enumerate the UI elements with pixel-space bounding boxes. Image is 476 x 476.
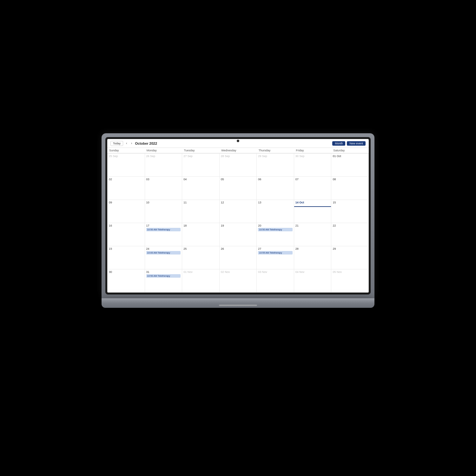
date-number: 21: [295, 224, 330, 227]
event-pill[interactable]: 10:50 AM Teletherapy: [258, 228, 293, 231]
cal-cell[interactable]: 02 Nov: [220, 269, 257, 293]
date-number: 04: [183, 178, 218, 181]
date-number: 12: [221, 201, 255, 204]
cal-cell[interactable]: 07: [294, 177, 332, 200]
toolbar-right: Month New event: [332, 141, 366, 146]
cal-cell[interactable]: 01 Oct: [331, 154, 369, 177]
cal-cell[interactable]: 12: [220, 200, 257, 223]
date-number: 27 Sep: [183, 155, 218, 158]
date-number: 07: [295, 178, 330, 181]
month-view-button[interactable]: Month: [332, 141, 345, 146]
date-number: 02: [109, 178, 143, 181]
screen: Today ‹ › October 2022 Month New event S…: [107, 139, 369, 293]
date-number: 25 Sep: [109, 155, 143, 158]
cal-cell[interactable]: 25 Sep: [108, 154, 145, 177]
date-number: 25: [183, 247, 218, 250]
cal-cell[interactable]: 14 Oct: [294, 200, 332, 223]
header-tuesday: Tuesday: [182, 148, 219, 153]
date-number: 30 Sep: [295, 155, 330, 158]
cal-cell[interactable]: 3110:50 AM Teletherapy: [145, 269, 182, 293]
event-pill[interactable]: 10:00 AM Teletherapy: [146, 251, 181, 255]
date-number: 10: [146, 201, 181, 204]
cal-cell[interactable]: 23: [108, 246, 145, 269]
new-event-button[interactable]: New event: [347, 141, 366, 146]
day-headers: Sunday Monday Tuesday Wednesday Thursday…: [107, 148, 369, 153]
cal-cell[interactable]: 2010:50 AM Teletherapy: [257, 223, 294, 246]
date-number: 23: [109, 247, 143, 250]
cal-cell[interactable]: 2410:00 AM Teletherapy: [145, 246, 182, 269]
date-number: 01 Oct: [333, 155, 367, 158]
cal-cell[interactable]: 03: [145, 177, 182, 200]
prev-button[interactable]: ‹: [125, 141, 128, 145]
date-number: 24: [146, 247, 181, 250]
laptop-lid: Today ‹ › October 2022 Month New event S…: [102, 133, 374, 298]
cal-cell[interactable]: 01 Nov: [182, 269, 220, 293]
cal-cell[interactable]: 05: [220, 177, 257, 200]
date-number: 26: [221, 247, 255, 250]
cal-cell[interactable]: 10: [145, 200, 182, 223]
cal-cell[interactable]: 04 Nov: [294, 269, 332, 293]
cal-cell[interactable]: 2710:55 AM Teletherapy: [257, 246, 294, 269]
date-number: 05 Nov: [333, 270, 367, 274]
date-number: 18: [183, 224, 218, 227]
cal-cell[interactable]: 15: [331, 200, 369, 223]
cal-cell[interactable]: 26: [220, 246, 257, 269]
trackpad-bar: [219, 305, 257, 306]
date-number: 29 Sep: [258, 155, 293, 158]
date-number: 30: [109, 270, 143, 274]
header-monday: Monday: [145, 148, 182, 153]
cal-cell[interactable]: 09: [108, 200, 145, 223]
calendar-grid: 25 Sep26 Sep27 Sep28 Sep29 Sep30 Sep01 O…: [107, 153, 369, 293]
cal-cell[interactable]: 03 Nov: [257, 269, 294, 293]
cal-cell[interactable]: 16: [108, 223, 145, 246]
date-number: 08: [333, 178, 367, 181]
cal-cell[interactable]: 04: [182, 177, 220, 200]
date-number: 03: [146, 178, 181, 181]
cal-cell[interactable]: 29 Sep: [257, 154, 294, 177]
header-wednesday: Wednesday: [219, 148, 257, 153]
date-number: 28: [295, 247, 330, 250]
event-pill[interactable]: 10:50 AM Teletherapy: [146, 228, 181, 231]
date-number: 14 Oct: [295, 201, 330, 204]
cal-cell[interactable]: 08: [331, 177, 369, 200]
header-saturday: Saturday: [331, 148, 369, 153]
date-number: 22: [333, 224, 367, 227]
header-friday: Friday: [294, 148, 332, 153]
date-number: 20: [258, 224, 293, 227]
cal-cell[interactable]: 28 Sep: [220, 154, 257, 177]
date-number: 09: [109, 201, 143, 204]
cal-cell[interactable]: 28: [294, 246, 332, 269]
cal-cell[interactable]: 13: [257, 200, 294, 223]
next-button[interactable]: ›: [130, 141, 133, 145]
cal-cell[interactable]: 30: [108, 269, 145, 293]
cal-cell[interactable]: 22: [331, 223, 369, 246]
event-pill[interactable]: 10:50 AM Teletherapy: [146, 274, 181, 278]
cal-cell[interactable]: 11: [182, 200, 220, 223]
cal-cell[interactable]: 18: [182, 223, 220, 246]
date-number: 11: [183, 201, 218, 204]
screen-bezel: Today ‹ › October 2022 Month New event S…: [105, 137, 371, 294]
header-thursday: Thursday: [257, 148, 294, 153]
cal-cell[interactable]: 05 Nov: [331, 269, 369, 293]
date-number: 28 Sep: [221, 155, 255, 158]
cal-cell[interactable]: 25: [182, 246, 220, 269]
cal-cell[interactable]: 30 Sep: [294, 154, 332, 177]
laptop-base: [102, 298, 374, 308]
cal-cell[interactable]: 21: [294, 223, 332, 246]
cal-cell[interactable]: 26 Sep: [145, 154, 182, 177]
date-number: 13: [258, 201, 293, 204]
cal-cell[interactable]: 19: [220, 223, 257, 246]
date-number: 05: [221, 178, 255, 181]
event-pill[interactable]: 10:55 AM Teletherapy: [258, 251, 293, 255]
cal-cell[interactable]: 27 Sep: [182, 154, 220, 177]
date-number: 02 Nov: [221, 270, 255, 274]
date-number: 03 Nov: [258, 270, 293, 274]
cal-cell[interactable]: 02: [108, 177, 145, 200]
cal-cell[interactable]: 06: [257, 177, 294, 200]
date-number: 19: [221, 224, 255, 227]
cal-cell[interactable]: 29: [331, 246, 369, 269]
cal-cell[interactable]: 1710:50 AM Teletherapy: [145, 223, 182, 246]
today-button[interactable]: Today: [110, 141, 123, 146]
calendar-app: Today ‹ › October 2022 Month New event S…: [107, 139, 369, 293]
date-number: 29: [333, 247, 367, 250]
